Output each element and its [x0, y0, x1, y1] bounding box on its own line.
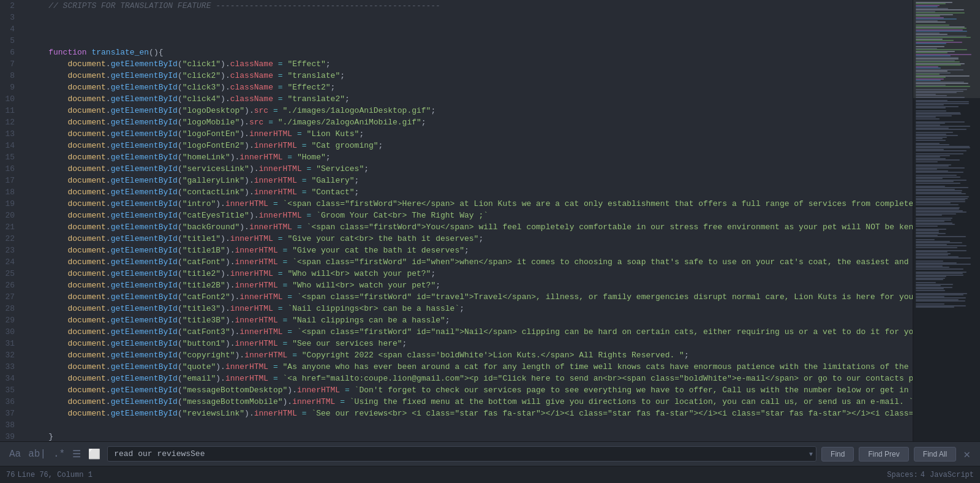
language-status: JavaScript	[930, 471, 974, 479]
table-row: 10 document.getElementById("click4").cla…	[0, 93, 913, 105]
line-code[interactable]: document.getElementById("catFont2").inne…	[24, 291, 913, 303]
line-code[interactable]: document.getElementById("contactLink").i…	[24, 186, 913, 198]
line-code[interactable]: }	[24, 431, 913, 441]
line-number: 4	[0, 23, 24, 35]
line-code[interactable]: document.getElementById("click4").classN…	[24, 93, 913, 105]
table-row: 16 document.getElementById("servicesLink…	[0, 163, 913, 175]
find-prev-button[interactable]: Find Prev	[859, 447, 908, 462]
line-code[interactable]: document.getElementById("click3").classN…	[24, 82, 913, 93]
line-number: 39	[0, 431, 24, 441]
table-row: 22 document.getElementById("title1").inn…	[0, 233, 913, 245]
code-area[interactable]: 2 // SCRIPTS FOR TRANSLATION FEATURE ---…	[0, 0, 913, 441]
line-number: 32	[0, 349, 24, 361]
table-row: 11 document.getElementById("logoDesktop"…	[0, 105, 913, 116]
line-number: 20	[0, 210, 24, 221]
line-code[interactable]: document.getElementById("galleryLink").i…	[24, 175, 913, 186]
whole-word-icon[interactable]: ab|	[26, 447, 48, 462]
line-code[interactable]: document.getElementById("messageBottomMo…	[24, 396, 913, 408]
line-code[interactable]: document.getElementById("title1").innerH…	[24, 233, 913, 245]
line-code[interactable]	[24, 35, 913, 47]
line-number: 34	[0, 373, 24, 384]
line-code[interactable]: document.getElementById("click2").classN…	[24, 70, 913, 82]
line-code[interactable]: function translate_en(){	[24, 47, 913, 58]
find-input[interactable]	[107, 446, 816, 462]
line-code[interactable]: document.getElementById("catFont").inner…	[24, 256, 913, 268]
minimap-canvas	[913, 0, 980, 441]
line-code[interactable]: document.getElementById("catEyesTitle").…	[24, 210, 913, 221]
line-number: 17	[0, 175, 24, 186]
line-column-text: Line 76, Column 1	[17, 471, 92, 479]
table-row: 27 document.getElementById("catFont2").i…	[0, 291, 913, 303]
line-code[interactable]: document.getElementById("title2").innerH…	[24, 268, 913, 280]
line-code[interactable]: document.getElementById("messageBottomDe…	[24, 384, 913, 396]
table-row: 30 document.getElementById("catFont3").i…	[0, 326, 913, 338]
line-code[interactable]: document.getElementById("intro").innerHT…	[24, 198, 913, 210]
find-close-button[interactable]: ✕	[961, 446, 973, 462]
table-row: 24 document.getElementById("catFont").in…	[0, 256, 913, 268]
find-all-button[interactable]: Find All	[914, 447, 956, 462]
table-row: 3	[0, 12, 913, 23]
find-dropdown-icon[interactable]: ▼	[809, 451, 813, 457]
line-number: 24	[0, 256, 24, 268]
spaces-status: Spaces: 4	[887, 471, 925, 479]
line-column-label: 76	[6, 471, 15, 479]
line-code[interactable]: document.getElementById("click1").classN…	[24, 58, 913, 70]
table-row: 14 document.getElementById("logoFontEn2"…	[0, 140, 913, 151]
regex-icon[interactable]: .*	[51, 447, 67, 462]
line-code[interactable]: document.getElementById("title2B").inner…	[24, 280, 913, 291]
line-code[interactable]: document.getElementById("servicesLink").…	[24, 163, 913, 175]
table-row: 37 document.getElementById("reviewsLink"…	[0, 408, 913, 419]
line-code[interactable]: document.getElementById("button1").inner…	[24, 338, 913, 349]
table-row: 33 document.getElementById("quote").inne…	[0, 361, 913, 373]
line-number: 9	[0, 82, 24, 93]
table-row: 8 document.getElementById("click2").clas…	[0, 70, 913, 82]
line-code[interactable]: document.getElementById("copyright").inn…	[24, 349, 913, 361]
line-number: 36	[0, 396, 24, 408]
line-number: 18	[0, 186, 24, 198]
line-number: 5	[0, 35, 24, 47]
list-icon[interactable]: ☰	[70, 446, 83, 462]
line-code[interactable]: document.getElementById("title3B").inner…	[24, 314, 913, 326]
case-sensitive-icon[interactable]: Aa	[7, 447, 23, 462]
line-code[interactable]: document.getElementById("quote").innerHT…	[24, 361, 913, 373]
line-code[interactable]	[24, 23, 913, 35]
code-scroll[interactable]: 2 // SCRIPTS FOR TRANSLATION FEATURE ---…	[0, 0, 913, 441]
line-number: 35	[0, 384, 24, 396]
line-code[interactable]: document.getElementById("homeLink").inne…	[24, 151, 913, 163]
line-code[interactable]: document.getElementById("reviewsLink").i…	[24, 408, 913, 419]
line-code[interactable]: document.getElementById("logoMobile").sr…	[24, 116, 913, 128]
line-code[interactable]: document.getElementById("title3").innerH…	[24, 303, 913, 314]
line-code[interactable]: document.getElementById("title1B").inner…	[24, 245, 913, 256]
line-code[interactable]: document.getElementById("logoFontEn2").i…	[24, 140, 913, 151]
language-label: JavaScript	[930, 471, 974, 479]
table-row: 19 document.getElementById("intro").inne…	[0, 198, 913, 210]
table-row: 7 document.getElementById("click1").clas…	[0, 58, 913, 70]
minimap[interactable]	[913, 0, 980, 441]
cursor-position: 76 Line 76, Column 1	[6, 471, 92, 479]
table-row: 9 document.getElementById("click3").clas…	[0, 82, 913, 93]
line-code[interactable]: document.getElementById("logoFontEn").in…	[24, 128, 913, 140]
toggle-icon[interactable]: ⬜	[86, 446, 102, 462]
editor-container: 2 // SCRIPTS FOR TRANSLATION FEATURE ---…	[0, 0, 980, 441]
line-number: 6	[0, 47, 24, 58]
line-number: 7	[0, 58, 24, 70]
line-code[interactable]: // SCRIPTS FOR TRANSLATION FEATURE -----…	[24, 0, 913, 12]
line-number: 15	[0, 151, 24, 163]
table-row: 15 document.getElementById("homeLink").i…	[0, 151, 913, 163]
line-number: 2	[0, 0, 24, 12]
line-number: 16	[0, 163, 24, 175]
find-button[interactable]: Find	[821, 447, 854, 462]
table-row: 6 function translate_en(){	[0, 47, 913, 58]
line-code[interactable]: document.getElementById("catFont3").inne…	[24, 326, 913, 338]
table-row: 12 document.getElementById("logoMobile")…	[0, 116, 913, 128]
line-number: 25	[0, 268, 24, 280]
line-code[interactable]: document.getElementById("backGround").in…	[24, 221, 913, 233]
line-code[interactable]	[24, 419, 913, 431]
line-code[interactable]: document.getElementById("email").innerHT…	[24, 373, 913, 384]
line-code[interactable]: document.getElementById("logoDesktop").s…	[24, 105, 913, 116]
table-row: 28 document.getElementById("title3").inn…	[0, 303, 913, 314]
line-code[interactable]	[24, 12, 913, 23]
table-row: 5	[0, 35, 913, 47]
table-row: 2 // SCRIPTS FOR TRANSLATION FEATURE ---…	[0, 0, 913, 12]
line-number: 29	[0, 314, 24, 326]
